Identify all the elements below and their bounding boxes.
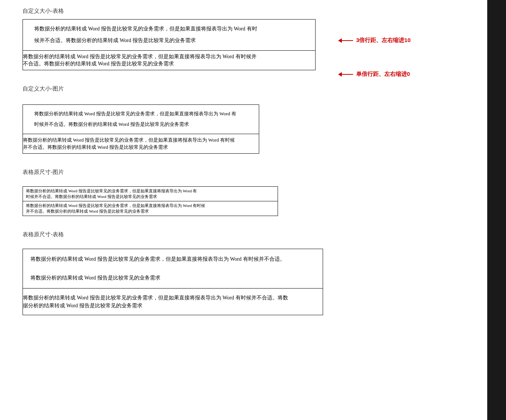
table-original-image: 将数据分析的结果转成 Word 报告是比较常见的业务需求，但是如果直接将报表导出… bbox=[23, 186, 278, 216]
tiny-cell-3x: 将数据分析的结果转成 Word 报告是比较常见的业务需求，但是如果直接将报表导出… bbox=[23, 187, 278, 201]
table-custom-image: 将数据分析的结果转成 Word 报告是比较常见的业务需求，但是如果直接将报表导出… bbox=[23, 104, 259, 154]
arrowhead-3x bbox=[338, 38, 342, 43]
tiny-cell-1x: 将数据分析的结果转成 Word 报告是比较常见的业务需求，但是如果直接将报表导出… bbox=[23, 201, 278, 216]
arrowhead-1x bbox=[338, 72, 342, 77]
section-original-image: 表格原尺寸-图片 将数据分析的结果转成 Word 报告是比较常见的业务需求，但是… bbox=[23, 169, 323, 216]
table-cell-3x: 将数据分析的结果转成 Word 报告是比较常见的业务需求，但是如果直接将报表导出… bbox=[23, 20, 315, 51]
section-title-custom-table: 自定义大小-表格 bbox=[23, 8, 323, 15]
table-cell-1x: 将数据分析的结果转成 Word 报告是比较常见的业务需求，但是如果直接将报表导出… bbox=[23, 51, 315, 70]
main-content: 自定义大小-表格 将数据分析的结果转成 Word 报告是比较常见的业务需求，但是… bbox=[0, 0, 338, 338]
section-title-custom-image: 自定义大小-图片 bbox=[23, 85, 323, 92]
arrow-line-1x bbox=[342, 74, 353, 75]
section-custom-table: 自定义大小-表格 将数据分析的结果转成 Word 报告是比较常见的业务需求，但是… bbox=[23, 8, 323, 70]
table-original-table: 将数据分析的结果转成 Word 报告是比较常见的业务需求，但是如果直接将报表导出… bbox=[23, 249, 323, 315]
annotation-1x: 单倍行距、左右缩进0 bbox=[338, 71, 483, 78]
section-custom-image: 自定义大小-图片 将数据分析的结果转成 Word 报告是比较常见的业务需求，但是… bbox=[23, 85, 323, 154]
arrow-3x bbox=[338, 38, 353, 43]
annotation-label-3x: 3倍行距、左右缩进10 bbox=[356, 37, 411, 44]
section-title-original-table: 表格原尺寸-表格 bbox=[23, 231, 323, 238]
section-title-original-image: 表格原尺寸-图片 bbox=[23, 169, 323, 176]
arrow-line-3x bbox=[342, 40, 353, 41]
image-cell-3x: 将数据分析的结果转成 Word 报告是比较常见的业务需求，但是如果直接将报表导出… bbox=[23, 105, 259, 134]
arrow-1x bbox=[338, 72, 353, 77]
section-original-table: 表格原尺寸-表格 将数据分析的结果转成 Word 报告是比较常见的业务需求，但是… bbox=[23, 231, 323, 315]
original-cell-1x: 将数据分析的结果转成 Word 报告是比较常见的业务需求，但是如果直接将报表导出… bbox=[23, 289, 323, 315]
annotations-container: 3倍行距、左右缩进10 单倍行距、左右缩进0 bbox=[338, 0, 506, 420]
annotation-label-1x: 单倍行距、左右缩进0 bbox=[356, 71, 410, 78]
annotation-3x: 3倍行距、左右缩进10 bbox=[338, 37, 483, 44]
table-custom-table: 将数据分析的结果转成 Word 报告是比较常见的业务需求，但是如果直接将报表导出… bbox=[23, 19, 316, 70]
original-cell-3x: 将数据分析的结果转成 Word 报告是比较常见的业务需求，但是如果直接将报表导出… bbox=[23, 249, 323, 289]
image-cell-1x: 将数据分析的结果转成 Word 报告是比较常见的业务需求，但是如果直接将报表导出… bbox=[23, 134, 259, 153]
